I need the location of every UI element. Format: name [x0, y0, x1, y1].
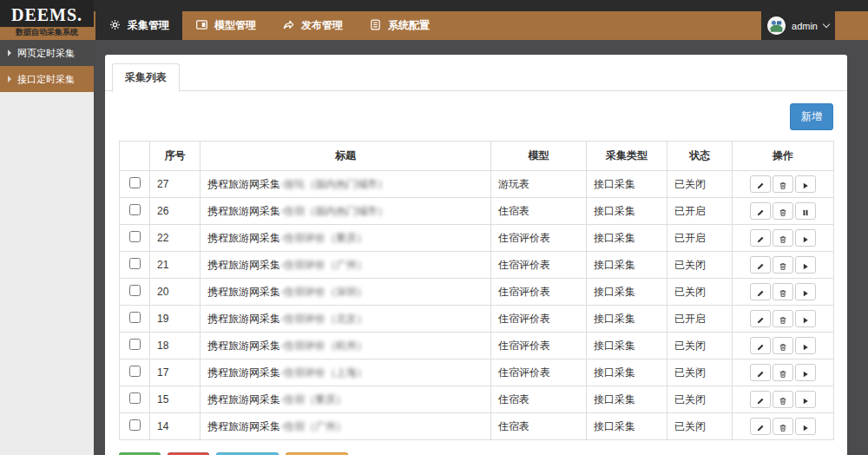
edit-icon	[756, 234, 765, 247]
tab-collection-list[interactable]: 采集列表	[112, 63, 180, 92]
row-title-cell: 携程旅游网采集-住宿评价（深圳）	[201, 279, 491, 306]
edit-button[interactable]	[750, 229, 771, 247]
row-checkbox-cell	[120, 279, 150, 306]
play-button[interactable]	[795, 283, 816, 300]
row-title-blurred: -住宿（重庆）	[280, 393, 346, 406]
row-title-cell: 携程旅游网采集-住宿评价（广州）	[201, 252, 491, 279]
panel-body: 新增 序号标题模型采集类型状态操作 27携程旅游网采集-游玩（国内热门城市）游玩…	[105, 91, 847, 455]
edit-button[interactable]	[750, 175, 771, 193]
row-title-blurred: -游玩（国内热门城市）	[280, 178, 388, 190]
row-title-prefix: 携程旅游网采集	[207, 420, 280, 432]
table-row: 18携程旅游网采集-住宿评价（杭州）住宿评价表接口采集已关闭	[120, 333, 834, 359]
delete-icon	[779, 180, 787, 193]
nav-item-系统配置[interactable]: 系统配置	[356, 11, 443, 40]
delete-button[interactable]	[773, 175, 793, 193]
row-actions-cell	[733, 225, 834, 252]
row-checkbox-cell	[120, 359, 150, 386]
row-checkbox[interactable]	[129, 204, 141, 215]
edit-button[interactable]	[750, 283, 771, 300]
column-header-状态: 状态	[667, 142, 733, 171]
publish-icon	[282, 18, 295, 34]
row-checkbox[interactable]	[129, 419, 141, 431]
delete-button[interactable]	[773, 337, 793, 354]
row-checkbox[interactable]	[129, 231, 141, 242]
sidebar-item-网页定时采集[interactable]: 网页定时采集	[0, 40, 94, 66]
edit-icon	[756, 180, 765, 193]
row-status-cell: 已关闭	[667, 171, 733, 198]
row-actions-cell	[733, 171, 834, 198]
row-title-cell: 携程旅游网采集-住宿评价（北京）	[201, 306, 491, 333]
sidebar-item-接口定时采集[interactable]: 接口定时采集	[0, 66, 94, 92]
row-checkbox-cell	[120, 413, 150, 440]
edit-icon	[756, 207, 765, 220]
user-menu[interactable]: admin	[761, 11, 835, 40]
play-icon	[801, 368, 810, 381]
table-row: 19携程旅游网采集-住宿评价（北京）住宿评价表接口采集已开启	[120, 306, 834, 333]
row-title-prefix: 携程旅游网采集	[207, 366, 280, 379]
row-title-cell: 携程旅游网采集-住宿评价（上海）	[201, 359, 491, 386]
play-button[interactable]	[795, 391, 816, 408]
edit-button[interactable]	[750, 391, 771, 408]
play-button[interactable]	[795, 229, 816, 247]
sidebar: 网页定时采集接口定时采集	[0, 40, 94, 455]
play-button[interactable]	[795, 364, 816, 381]
delete-button[interactable]	[773, 229, 793, 247]
row-type-cell: 接口采集	[587, 279, 667, 306]
row-actions-cell	[733, 306, 834, 333]
row-title-prefix: 携程旅游网采集	[207, 232, 280, 244]
row-model-cell: 住宿评价表	[491, 359, 587, 386]
edit-button[interactable]	[750, 337, 771, 354]
row-id-cell: 15	[150, 386, 201, 413]
edit-button[interactable]	[750, 202, 771, 220]
add-button[interactable]: 新增	[790, 103, 833, 130]
play-button[interactable]	[795, 418, 816, 435]
row-id-cell: 20	[150, 279, 201, 306]
pause-button[interactable]	[795, 202, 816, 220]
delete-button[interactable]	[773, 418, 793, 435]
play-button[interactable]	[795, 310, 816, 327]
delete-button[interactable]	[773, 283, 793, 300]
nav-item-发布管理[interactable]: 发布管理	[269, 11, 356, 40]
row-status-cell: 已关闭	[667, 413, 733, 440]
top-navbar: DEEMS. 数据自动采集系统 采集管理模型管理发布管理系统配置 admin	[0, 0, 868, 40]
table-header-row: 序号标题模型采集类型状态操作	[120, 142, 834, 171]
row-checkbox-cell	[120, 386, 150, 413]
delete-button[interactable]	[773, 391, 793, 408]
edit-button[interactable]	[750, 418, 771, 435]
row-checkbox[interactable]	[129, 392, 141, 404]
row-checkbox[interactable]	[129, 312, 141, 323]
row-type-cell: 接口采集	[587, 386, 667, 413]
delete-icon	[779, 395, 787, 408]
column-header-标题: 标题	[201, 142, 491, 171]
table-row: 21携程旅游网采集-住宿评价（广州）住宿评价表接口采集已关闭	[120, 252, 834, 279]
row-status-cell: 已开启	[667, 225, 733, 252]
delete-button[interactable]	[773, 364, 793, 381]
caret-right-icon	[8, 49, 11, 56]
row-checkbox[interactable]	[129, 285, 141, 296]
edit-button[interactable]	[750, 310, 771, 327]
row-checkbox-cell	[120, 171, 150, 198]
row-title-blurred: -住宿（国内热门城市）	[280, 205, 388, 217]
table-row: 27携程旅游网采集-游玩（国内热门城市）游玩表接口采集已关闭	[120, 171, 834, 198]
delete-button[interactable]	[773, 256, 793, 274]
delete-button[interactable]	[773, 310, 793, 327]
edit-icon	[756, 395, 765, 408]
play-button[interactable]	[795, 256, 816, 274]
row-checkbox[interactable]	[129, 366, 141, 377]
play-button[interactable]	[795, 337, 816, 354]
row-checkbox-cell	[120, 225, 150, 252]
edit-button[interactable]	[750, 256, 771, 274]
edit-button[interactable]	[750, 364, 771, 381]
row-model-cell: 住宿表	[491, 386, 587, 413]
row-status-cell: 已关闭	[667, 279, 733, 306]
row-checkbox[interactable]	[129, 258, 141, 269]
edit-icon	[756, 422, 765, 435]
nav-item-模型管理[interactable]: 模型管理	[182, 11, 269, 40]
delete-icon	[779, 422, 787, 435]
row-checkbox[interactable]	[129, 339, 141, 350]
row-checkbox[interactable]	[129, 177, 141, 188]
delete-button[interactable]	[773, 202, 793, 220]
row-status-cell: 已关闭	[667, 359, 733, 386]
play-button[interactable]	[795, 175, 816, 193]
nav-item-采集管理[interactable]: 采集管理	[95, 11, 182, 40]
